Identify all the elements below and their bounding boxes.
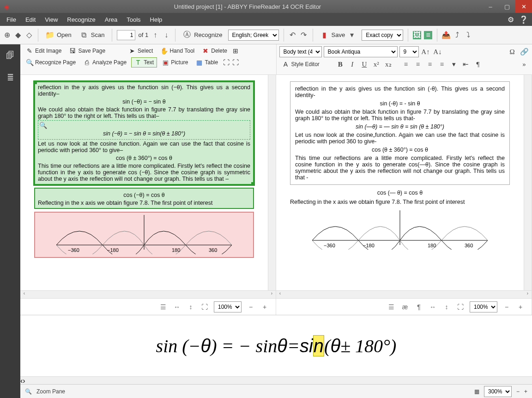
picture-region[interactable]: −360 −180 180 360 bbox=[34, 212, 254, 258]
zoom-formula[interactable]: sin (−θ) = − sin θ = sin(θ ± 180°) bbox=[20, 315, 532, 376]
align-justify-icon[interactable]: ≡ bbox=[437, 59, 447, 69]
underline-button[interactable]: U bbox=[359, 59, 369, 69]
zoom-pane-icon[interactable]: 🔍 bbox=[25, 388, 32, 395]
table-area-button[interactable]: ▦Table bbox=[193, 58, 221, 67]
recognize-page-button[interactable]: 🔍Recognize Page bbox=[23, 58, 79, 67]
superscript-button[interactable]: x² bbox=[371, 59, 381, 69]
recognize-button[interactable]: ⒶRecognize bbox=[180, 29, 225, 41]
link-icon[interactable]: 🔗 bbox=[519, 47, 529, 57]
page-down-icon[interactable]: ↓ bbox=[162, 31, 170, 39]
text-vscrollbar[interactable] bbox=[524, 75, 532, 290]
special-chars-icon[interactable]: æ bbox=[400, 303, 410, 311]
paragraph-style-select[interactable]: Body text (4) + v bbox=[279, 46, 322, 57]
font-grow-icon[interactable]: A↑ bbox=[421, 47, 431, 57]
font-family-select[interactable]: Book Antiqua bbox=[324, 46, 398, 57]
menu-file[interactable]: File bbox=[2, 14, 21, 25]
image-hscrollbar[interactable]: ‹› bbox=[20, 290, 276, 298]
undo-icon[interactable]: ↶ bbox=[289, 31, 297, 39]
delete-area-button[interactable]: ✖Delete bbox=[199, 46, 230, 55]
export-up-icon[interactable]: ⤴ bbox=[453, 31, 461, 39]
image-vscrollbar[interactable] bbox=[268, 75, 276, 290]
zoom-in-icon[interactable]: + bbox=[260, 303, 269, 311]
menu-area[interactable]: Area bbox=[100, 14, 122, 25]
analyze-page-button[interactable]: ⎙Analyze Page bbox=[80, 58, 129, 67]
text-scroll-area[interactable]: reflection in the y axis gives us the fu… bbox=[276, 75, 524, 290]
text-region-2[interactable]: cos (−θ) = cos θ Reflecting in the x axi… bbox=[34, 188, 254, 209]
select-tool-button[interactable]: ➤Select bbox=[126, 46, 156, 55]
settings-icon[interactable]: ⚙ bbox=[504, 15, 517, 24]
align-right-icon[interactable]: ≡ bbox=[425, 59, 435, 69]
page-number-input[interactable] bbox=[117, 30, 135, 40]
subscript-button[interactable]: x₂ bbox=[383, 59, 393, 69]
menu-tools[interactable]: Tools bbox=[122, 14, 145, 25]
menu-view[interactable]: View bbox=[40, 14, 62, 25]
text-block[interactable]: reflection in the y axis gives us the fu… bbox=[290, 81, 510, 185]
indent-right-icon[interactable]: ¶ bbox=[473, 59, 483, 69]
text-view-icon[interactable]: ≡ bbox=[424, 31, 432, 39]
status-zoom-out-icon[interactable]: − bbox=[516, 388, 520, 395]
menu-help[interactable]: Help bbox=[145, 14, 167, 25]
fit-width-icon[interactable]: ↔ bbox=[172, 303, 181, 311]
align-center-icon[interactable]: ≡ bbox=[413, 59, 423, 69]
grid-icon[interactable]: ▦ bbox=[474, 388, 479, 395]
status-zoom-in-icon[interactable]: + bbox=[524, 388, 527, 395]
fit-page-icon[interactable]: ⛶ bbox=[200, 303, 209, 311]
picture-area-button[interactable]: ▣Picture bbox=[159, 58, 191, 67]
maximize-button[interactable]: ▢ bbox=[499, 0, 515, 13]
fit-height-icon[interactable]: ↕ bbox=[186, 303, 195, 311]
line-spacing-icon[interactable]: ▾ bbox=[449, 59, 459, 69]
layers-up-icon[interactable]: ◆ bbox=[14, 31, 22, 39]
page-up-icon[interactable]: ↑ bbox=[151, 31, 159, 39]
text-area-button[interactable]: TText bbox=[131, 57, 157, 67]
text-zoom-select[interactable]: 100% bbox=[470, 301, 497, 312]
zoom-out-icon[interactable]: − bbox=[246, 303, 255, 311]
pilcrow-icon[interactable]: ¶ bbox=[414, 303, 423, 311]
selected-line-region[interactable]: 🔍 sin (−θ) = − sin θ = sin(θ ± 180°) bbox=[38, 120, 250, 140]
export-down-icon[interactable]: ⤵ bbox=[464, 31, 472, 39]
redo-icon[interactable]: ↷ bbox=[300, 31, 308, 39]
align-left-icon[interactable]: ≡ bbox=[401, 59, 411, 69]
send-icon[interactable]: 📤 bbox=[442, 31, 450, 39]
help-icon[interactable]: ❔ bbox=[517, 15, 530, 24]
save-page-button[interactable]: 🖫Save Page bbox=[66, 46, 108, 55]
hand-tool-button[interactable]: ✋Hand Tool bbox=[157, 46, 197, 55]
minimize-button[interactable]: – bbox=[482, 0, 499, 13]
save-mode-select[interactable]: Exact copy bbox=[362, 30, 403, 41]
area-extra1-icon[interactable]: ⛶ bbox=[223, 59, 230, 66]
area-extra2-icon[interactable]: ⛶ bbox=[232, 59, 239, 66]
image-view-icon[interactable]: 🖼 bbox=[413, 31, 421, 39]
status-zoom-select[interactable]: 300% bbox=[484, 386, 512, 397]
pages-icon[interactable]: 🗐 bbox=[3, 48, 18, 63]
omega-icon[interactable]: Ω bbox=[507, 47, 517, 57]
language-select[interactable]: English; Greek bbox=[228, 30, 279, 41]
image-scroll-area[interactable]: reflection in the y axis gives us the fu… bbox=[20, 75, 268, 290]
menu-edit[interactable]: Edit bbox=[21, 14, 40, 25]
font-shrink-icon[interactable]: A↓ bbox=[433, 47, 443, 57]
zoom-hscrollbar[interactable]: ‹› bbox=[20, 376, 532, 384]
zoom-out-icon[interactable]: − bbox=[502, 303, 511, 311]
save-button[interactable]: ▮Save▾ bbox=[318, 29, 359, 41]
add-page-icon[interactable]: ⊕ bbox=[3, 31, 11, 39]
image-zoom-select[interactable]: 100% bbox=[214, 301, 242, 312]
open-button[interactable]: 📁Open bbox=[43, 29, 74, 41]
font-size-select[interactable]: 9 bbox=[399, 46, 419, 57]
save-dropdown-icon[interactable]: ▾ bbox=[348, 31, 356, 39]
text-hscrollbar[interactable]: ‹› bbox=[276, 290, 532, 298]
scan-button[interactable]: ⧉Scan bbox=[77, 29, 108, 41]
bold-button[interactable]: B bbox=[335, 59, 345, 69]
zoom-in-icon[interactable]: + bbox=[516, 303, 525, 311]
menu-recognize[interactable]: Recognize bbox=[62, 14, 100, 25]
reading-order-icon[interactable]: ☰ bbox=[158, 303, 168, 311]
edit-image-button[interactable]: ✎Edit Image bbox=[23, 46, 64, 55]
reading-order-icon[interactable]: ☰ bbox=[387, 303, 396, 311]
layers-down-icon[interactable]: ◇ bbox=[25, 31, 33, 39]
add-area-icon[interactable]: ⊞ bbox=[232, 47, 239, 55]
text-region-1[interactable]: reflection in the y axis gives us the fu… bbox=[34, 81, 254, 185]
style-editor-button[interactable]: AStyle Editor bbox=[279, 60, 322, 69]
fit-height-icon[interactable]: ↕ bbox=[442, 303, 451, 311]
indent-left-icon[interactable]: ⇤ bbox=[461, 59, 471, 69]
italic-button[interactable]: I bbox=[347, 59, 357, 69]
list-icon[interactable]: ≣ bbox=[3, 70, 18, 85]
fit-page-icon[interactable]: ⛶ bbox=[456, 303, 465, 311]
more-tools-icon[interactable]: » bbox=[519, 59, 529, 69]
